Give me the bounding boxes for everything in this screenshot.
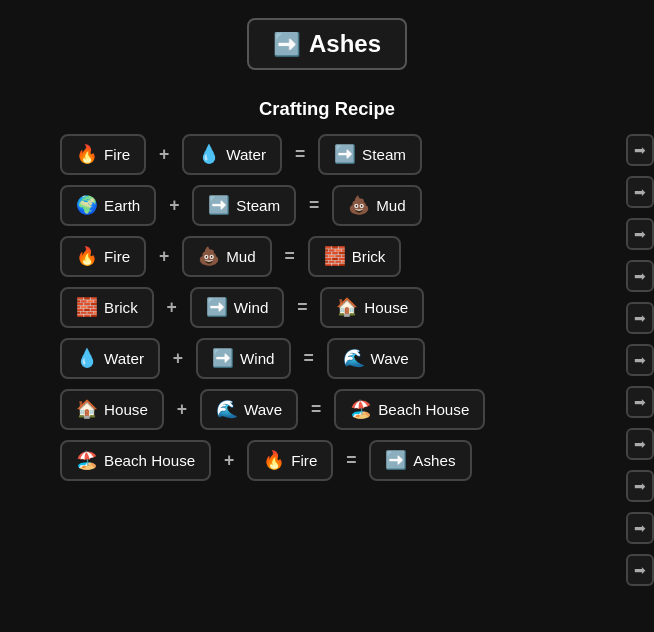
equals-operator: = (282, 246, 298, 267)
ingredient2-label: Fire (291, 452, 317, 469)
result-icon: 🌊 (343, 348, 365, 369)
ingredient1-chip[interactable]: 💧Water (60, 338, 160, 379)
ingredient2-label: Wind (234, 299, 269, 316)
result-icon: ➡️ (385, 450, 407, 471)
ingredient2-icon: ➡️ (212, 348, 234, 369)
ingredient2-chip[interactable]: 🔥Fire (247, 440, 333, 481)
sidebar-arrow-button[interactable]: ➡ (626, 218, 654, 250)
equals-operator: = (306, 195, 322, 216)
plus-operator: + (221, 450, 237, 471)
ingredient1-label: Earth (104, 197, 140, 214)
ingredient2-icon: 💩 (198, 246, 220, 267)
section-title: Crafting Recipe (0, 98, 654, 120)
sidebar-arrow-button[interactable]: ➡ (626, 386, 654, 418)
ingredient1-icon: 💧 (76, 348, 98, 369)
equals-operator: = (301, 348, 317, 369)
recipe-row: 🏖️Beach House+🔥Fire=➡️Ashes (60, 440, 584, 481)
result-label: Steam (362, 146, 406, 163)
plus-operator: + (164, 297, 180, 318)
result-chip[interactable]: 🏠House (320, 287, 424, 328)
ingredient2-chip[interactable]: ➡️Wind (190, 287, 285, 328)
plus-operator: + (156, 144, 172, 165)
ingredient2-icon: 🌊 (216, 399, 238, 420)
result-chip[interactable]: ➡️Steam (318, 134, 422, 175)
sidebar-arrow-button[interactable]: ➡ (626, 302, 654, 334)
ingredient2-chip[interactable]: 💧Water (182, 134, 282, 175)
ingredient1-label: Water (104, 350, 144, 367)
ingredient2-chip[interactable]: 💩Mud (182, 236, 272, 277)
sidebar-arrow-button[interactable]: ➡ (626, 470, 654, 502)
equals-operator: = (343, 450, 359, 471)
ingredient1-icon: 🧱 (76, 297, 98, 318)
plus-operator: + (170, 348, 186, 369)
sidebar-arrow-button[interactable]: ➡ (626, 134, 654, 166)
ingredient1-chip[interactable]: 🧱Brick (60, 287, 154, 328)
result-icon: 🏖️ (350, 399, 372, 420)
ingredient1-label: Fire (104, 248, 130, 265)
sidebar-arrow-button[interactable]: ➡ (626, 554, 654, 586)
ingredient1-chip[interactable]: 🏖️Beach House (60, 440, 211, 481)
result-chip[interactable]: 🏖️Beach House (334, 389, 485, 430)
sidebar-arrow-button[interactable]: ➡ (626, 428, 654, 460)
sidebar-arrow-button[interactable]: ➡ (626, 512, 654, 544)
result-icon: ➡️ (334, 144, 356, 165)
ingredient2-icon: ➡️ (206, 297, 228, 318)
page-title: Ashes (309, 30, 381, 58)
title-badge: ➡️ Ashes (247, 18, 407, 70)
ingredient1-icon: 🏖️ (76, 450, 98, 471)
ingredient2-label: Wave (244, 401, 282, 418)
recipe-row: 💧Water+➡️Wind=🌊Wave (60, 338, 584, 379)
recipes-list: 🔥Fire+💧Water=➡️Steam🌍Earth+➡️Steam=💩Mud🔥… (30, 134, 614, 481)
result-label: Brick (352, 248, 386, 265)
result-chip[interactable]: 🌊Wave (327, 338, 425, 379)
ingredient1-chip[interactable]: 🌍Earth (60, 185, 156, 226)
result-chip[interactable]: 🧱Brick (308, 236, 402, 277)
result-label: Beach House (378, 401, 469, 418)
ingredient1-label: Beach House (104, 452, 195, 469)
result-label: Wave (371, 350, 409, 367)
ingredient2-icon: 💧 (198, 144, 220, 165)
equals-operator: = (294, 297, 310, 318)
ingredient1-chip[interactable]: 🔥Fire (60, 236, 146, 277)
ingredient1-label: Brick (104, 299, 138, 316)
ingredient2-chip[interactable]: ➡️Steam (192, 185, 296, 226)
result-chip[interactable]: 💩Mud (332, 185, 422, 226)
ingredient1-chip[interactable]: 🏠House (60, 389, 164, 430)
result-label: Mud (376, 197, 406, 214)
recipe-row: 🧱Brick+➡️Wind=🏠House (60, 287, 584, 328)
equals-operator: = (308, 399, 324, 420)
result-icon: 💩 (348, 195, 370, 216)
ingredient1-label: House (104, 401, 148, 418)
ingredient2-label: Water (226, 146, 266, 163)
result-icon: 🏠 (336, 297, 358, 318)
ingredient1-icon: 🌍 (76, 195, 98, 216)
result-label: Ashes (413, 452, 455, 469)
ashes-icon: ➡️ (273, 31, 301, 58)
ingredient1-chip[interactable]: 🔥Fire (60, 134, 146, 175)
result-label: House (364, 299, 408, 316)
ingredient1-icon: 🔥 (76, 144, 98, 165)
ingredient1-label: Fire (104, 146, 130, 163)
recipe-row: 🏠House+🌊Wave=🏖️Beach House (60, 389, 584, 430)
ingredient1-icon: 🔥 (76, 246, 98, 267)
plus-operator: + (156, 246, 172, 267)
sidebar-arrow-button[interactable]: ➡ (626, 260, 654, 292)
plus-operator: + (174, 399, 190, 420)
result-chip[interactable]: ➡️Ashes (369, 440, 471, 481)
ingredient1-icon: 🏠 (76, 399, 98, 420)
result-icon: 🧱 (324, 246, 346, 267)
ingredient2-chip[interactable]: 🌊Wave (200, 389, 298, 430)
ingredient2-icon: 🔥 (263, 450, 285, 471)
plus-operator: + (166, 195, 182, 216)
recipe-row: 🔥Fire+💧Water=➡️Steam (60, 134, 584, 175)
ingredient2-icon: ➡️ (208, 195, 230, 216)
ingredient2-chip[interactable]: ➡️Wind (196, 338, 291, 379)
ingredient2-label: Steam (236, 197, 280, 214)
recipe-row: 🔥Fire+💩Mud=🧱Brick (60, 236, 584, 277)
equals-operator: = (292, 144, 308, 165)
sidebar-arrow-button[interactable]: ➡ (626, 176, 654, 208)
ingredient2-label: Mud (226, 248, 256, 265)
sidebar-arrow-button[interactable]: ➡ (626, 344, 654, 376)
ingredient2-label: Wind (240, 350, 275, 367)
recipe-row: 🌍Earth+➡️Steam=💩Mud (60, 185, 584, 226)
